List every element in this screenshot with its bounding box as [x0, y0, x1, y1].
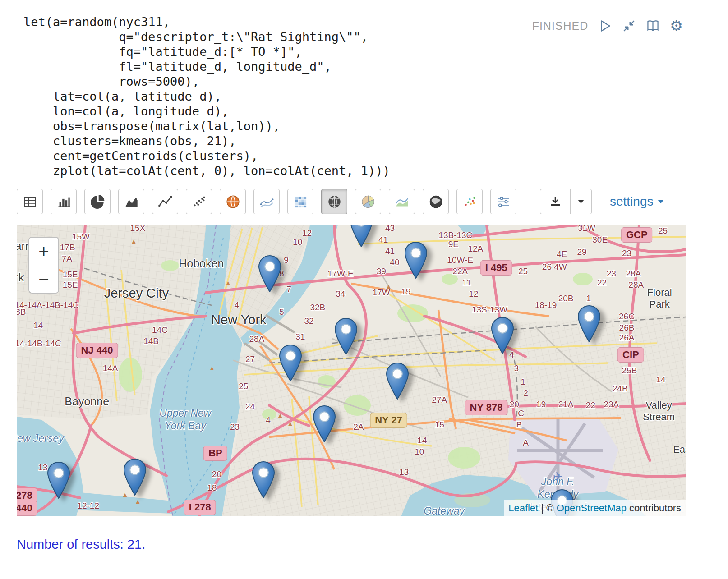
- code-editor[interactable]: let(a=random(nyc311, q="descriptor_t:\"R…: [17, 12, 686, 183]
- settings-label: settings: [610, 194, 654, 209]
- map-marker[interactable]: [350, 225, 373, 247]
- table-view-button[interactable]: [17, 189, 43, 214]
- caret-down-icon: [578, 200, 584, 203]
- scatter-chart-button[interactable]: [186, 189, 212, 214]
- map-marker[interactable]: [47, 462, 70, 499]
- map-view-button[interactable]: [321, 189, 347, 214]
- chart-type-buttons: [17, 189, 524, 214]
- visualization-toolbar: settings: [17, 189, 686, 214]
- caret-down-icon: [658, 200, 664, 203]
- status-badge: FINISHED: [532, 19, 589, 32]
- pie-chart-button[interactable]: [84, 189, 111, 214]
- map-marker[interactable]: [335, 318, 357, 355]
- map-marker[interactable]: [279, 345, 302, 381]
- map-marker[interactable]: [252, 461, 275, 498]
- book-icon[interactable]: [646, 19, 660, 33]
- map-attribution: Leaflet | © OpenStreetMap contributors: [504, 500, 686, 516]
- line-chart-button[interactable]: [152, 189, 178, 214]
- map-marker[interactable]: [578, 305, 600, 342]
- globe-alt-chart-button[interactable]: [423, 189, 449, 214]
- map-canvas: [17, 225, 686, 516]
- zoom-in-button[interactable]: +: [29, 238, 58, 265]
- paragraph-controls: FINISHED ⚙: [532, 19, 683, 33]
- leaflet-link[interactable]: Leaflet: [508, 502, 538, 514]
- download-caret-button[interactable]: [570, 189, 592, 214]
- copyright-symbol: ©: [546, 502, 556, 514]
- slider-settings-button[interactable]: [490, 189, 516, 214]
- leaflet-map[interactable]: New YorkJersey CityHobokenBayonneFloral …: [17, 225, 686, 516]
- globe-chart-button[interactable]: [220, 189, 246, 214]
- code-editor-section: let(a=random(nyc311, q="descriptor_t:\"R…: [17, 12, 686, 183]
- area-alt-chart-button[interactable]: [389, 189, 415, 214]
- bar-chart-button[interactable]: [51, 189, 77, 214]
- area-chart-button[interactable]: [118, 189, 144, 214]
- zoom-out-button[interactable]: −: [29, 265, 58, 293]
- openstreetmap-link[interactable]: OpenStreetMap: [557, 502, 627, 514]
- map-marker[interactable]: [386, 363, 409, 400]
- settings-dropdown[interactable]: settings: [610, 194, 664, 209]
- attribution-separator: |: [538, 502, 546, 514]
- heatmap-chart-button[interactable]: [287, 189, 313, 214]
- map-marker[interactable]: [491, 317, 514, 354]
- map-marker[interactable]: [124, 459, 146, 496]
- download-button[interactable]: [540, 189, 571, 214]
- map-marker[interactable]: [405, 242, 427, 279]
- pie-alt-chart-button[interactable]: [355, 189, 381, 214]
- sparkline-chart-button[interactable]: [253, 189, 280, 214]
- run-icon[interactable]: [598, 19, 612, 33]
- result-count-text: Number of results: 21.: [17, 537, 686, 552]
- scatter-color-chart-button[interactable]: [456, 189, 483, 214]
- collapse-icon[interactable]: [622, 19, 636, 33]
- zoom-control: + −: [28, 237, 59, 294]
- contributors-text: contributors: [627, 502, 681, 514]
- map-marker[interactable]: [258, 255, 281, 292]
- map-marker[interactable]: [313, 405, 336, 442]
- download-group: [540, 189, 592, 214]
- notebook-paragraph: let(a=random(nyc311, q="descriptor_t:\"R…: [17, 0, 686, 552]
- gear-icon[interactable]: ⚙: [670, 19, 683, 33]
